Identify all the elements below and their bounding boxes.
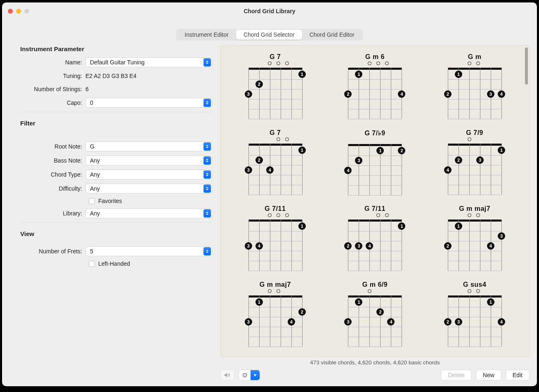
finger-dot: 1	[355, 298, 362, 306]
open-string-icon	[368, 289, 371, 293]
open-string-markers	[252, 61, 305, 66]
capo-select[interactable]: 0	[85, 98, 212, 108]
tuning-label: Tuning:	[20, 73, 85, 79]
tab-chord-grid-editor[interactable]: Chord Grid Editor	[302, 30, 362, 40]
tab-instrument-editor[interactable]: Instrument Editor	[177, 30, 236, 40]
edit-button[interactable]: Edit	[506, 370, 530, 380]
chord-card[interactable]: G m 6/91234	[331, 281, 419, 349]
vertical-scrollbar[interactable]	[525, 47, 528, 85]
chord-diagram: 1234	[444, 295, 506, 347]
footer: 🔊︎ ⊙ Delete New Edit	[220, 370, 530, 380]
content: Instrument Parameter Name: Default Guita…	[2, 45, 537, 386]
left-handed-checkbox[interactable]	[89, 261, 95, 267]
finger-dot: 4	[498, 90, 505, 98]
chord-type-select[interactable]: Any	[85, 170, 212, 179]
favorites-checkbox[interactable]	[89, 198, 95, 204]
zoom-window-button[interactable]	[24, 9, 29, 14]
open-string-icon	[376, 213, 380, 217]
section-divider	[20, 112, 212, 112]
new-button[interactable]: New	[476, 370, 501, 380]
chord-card[interactable]: G m1234	[431, 53, 518, 122]
capo-label: Capo:	[20, 99, 85, 106]
frets-label: Number of Frets:	[20, 248, 85, 255]
finger-dot: 3	[355, 242, 362, 250]
finger-dot: 1	[487, 298, 494, 306]
open-string-markers	[352, 138, 404, 143]
chord-diagram: 1234	[244, 295, 306, 347]
difficulty-select[interactable]: Any	[85, 184, 212, 194]
close-window-button[interactable]	[8, 9, 13, 14]
open-string-icon	[285, 137, 289, 141]
chord-name: G m 6/9	[362, 281, 388, 288]
chord-name: G 7/11	[265, 205, 286, 213]
chord-card[interactable]: G 7/♭91234	[331, 129, 419, 198]
name-select-value: Default Guitar Tuning	[90, 59, 144, 66]
instrument-parameter-title: Instrument Parameter	[20, 45, 212, 52]
finger-dot: 3	[455, 318, 462, 326]
sidebar: Instrument Parameter Name: Default Guita…	[20, 45, 212, 380]
main: G 7123G m 6124G m1234G 71234G 7/♭91234G …	[220, 45, 530, 380]
chord-card[interactable]: G m maj71234	[431, 205, 518, 274]
open-string-icon	[476, 61, 480, 65]
chord-card[interactable]: G 7/91234	[431, 129, 518, 198]
open-string-icon	[285, 61, 289, 65]
action-popup-button[interactable]: ⊙	[239, 370, 260, 380]
chord-card[interactable]: G 7/111234	[331, 205, 419, 274]
delete-button[interactable]: Delete	[441, 370, 471, 380]
chord-card[interactable]: G m 6124	[331, 53, 419, 122]
finger-dot: 1	[298, 71, 306, 78]
frets-select[interactable]: 5	[85, 246, 212, 256]
chord-diagram: 1234	[344, 295, 406, 347]
open-string-markers	[452, 289, 504, 294]
difficulty-label: Difficulty:	[20, 185, 85, 192]
play-sound-button[interactable]: 🔊︎	[220, 370, 234, 380]
chord-name: G 7/11	[364, 205, 385, 213]
stepper-icon	[203, 58, 211, 66]
chord-card[interactable]: G m maj71234	[232, 281, 319, 349]
chord-diagram: 1234	[244, 143, 306, 195]
chord-grid[interactable]: G 7123G m 6124G m1234G 71234G 7/♭91234G …	[221, 46, 529, 357]
open-string-icon	[476, 289, 480, 293]
library-select[interactable]: Any	[85, 208, 212, 218]
chord-card[interactable]: G 7123	[232, 53, 319, 122]
finger-dot: 1	[255, 298, 263, 306]
open-string-markers	[352, 213, 404, 218]
filter-title: Filter	[20, 120, 212, 127]
finger-dot: 2	[376, 308, 384, 316]
finger-dot: 3	[476, 156, 484, 164]
name-select[interactable]: Default Guitar Tuning	[85, 57, 212, 67]
root-note-label: Root Note:	[20, 143, 85, 150]
finger-dot: 1	[455, 222, 462, 230]
traffic-lights	[8, 9, 29, 14]
stepper-icon	[203, 142, 211, 151]
minimize-window-button[interactable]	[16, 9, 21, 14]
finger-dot: 2	[444, 90, 452, 98]
chord-diagram: 1234	[444, 67, 506, 119]
finger-dot: 1	[455, 71, 462, 78]
finger-dot: 4	[444, 166, 452, 174]
open-string-icon	[268, 289, 272, 293]
favorites-label: Favorites	[98, 198, 122, 204]
finger-dot: 3	[344, 318, 352, 326]
root-note-select[interactable]: G	[85, 142, 212, 151]
open-string-icon	[268, 61, 272, 65]
chord-card[interactable]: G sus41234	[431, 281, 518, 349]
open-string-markers	[452, 137, 504, 142]
chevron-down-icon	[251, 370, 260, 380]
tab-chord-grid-selector[interactable]: Chord Grid Selector	[236, 30, 302, 40]
name-label: Name:	[20, 59, 85, 66]
open-string-icon	[468, 289, 471, 293]
open-string-icon	[277, 289, 280, 293]
chord-diagram: 1234	[344, 143, 406, 195]
open-string-markers	[452, 61, 504, 66]
stepper-icon	[203, 184, 211, 193]
chord-name: G m maj7	[260, 281, 291, 288]
chord-card[interactable]: G 71234	[232, 129, 319, 198]
app-window: Chord Grid Library Instrument Editor Cho…	[2, 2, 537, 386]
bass-note-value: Any	[90, 157, 100, 164]
tuning-value: E2 A2 D3 G3 B3 E4	[85, 71, 212, 80]
stepper-icon	[203, 99, 211, 107]
bass-note-select[interactable]: Any	[85, 156, 212, 165]
chord-card[interactable]: G 7/11134	[232, 205, 319, 274]
finger-dot: 4	[387, 318, 395, 326]
